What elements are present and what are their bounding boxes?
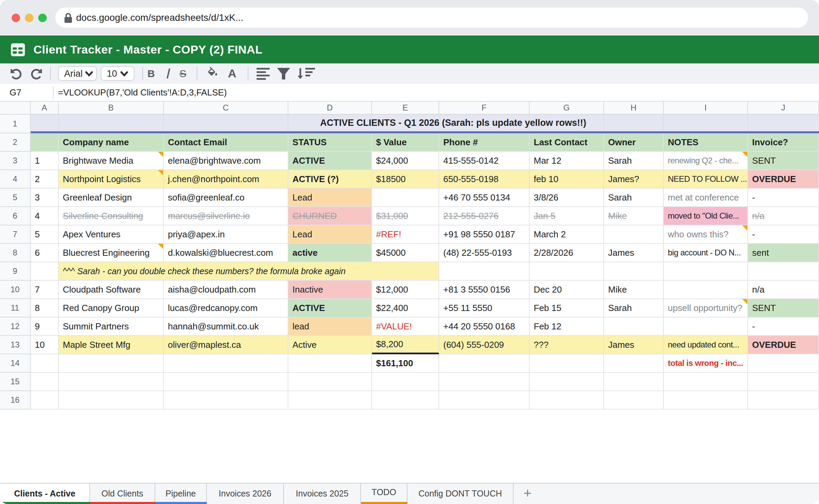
svg-text:10: 10 xyxy=(107,69,117,79)
svg-text:S: S xyxy=(179,68,186,79)
svg-text:B: B xyxy=(147,68,155,79)
svg-text:A: A xyxy=(228,67,236,80)
svg-text:Arial: Arial xyxy=(64,69,83,79)
